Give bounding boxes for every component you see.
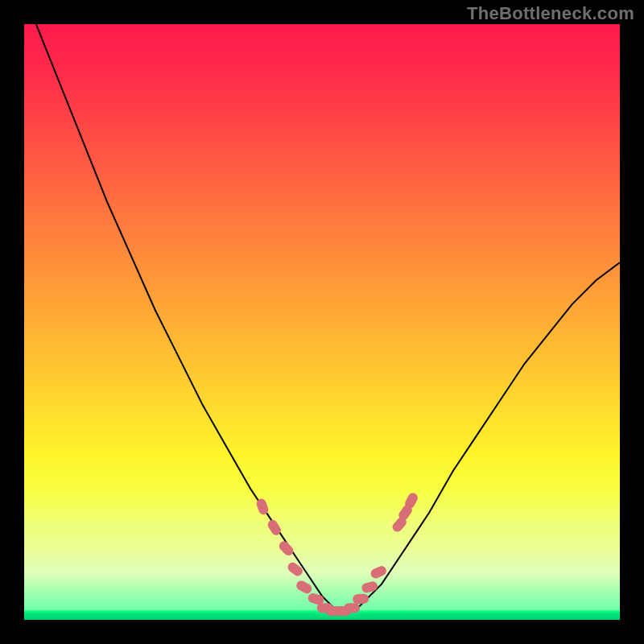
chart-canvas: TheBottleneck.com (0, 0, 644, 644)
plot-area (24, 24, 620, 620)
optimal-band (24, 610, 620, 620)
watermark-text: TheBottleneck.com (467, 3, 634, 24)
transition-band (24, 522, 620, 610)
